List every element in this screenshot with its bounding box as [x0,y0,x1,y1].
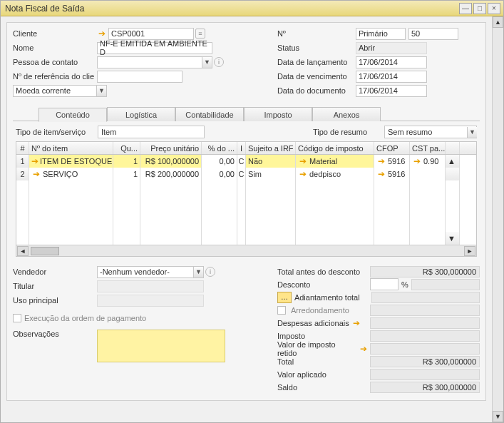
link-arrow-icon[interactable]: ➔ [298,169,308,179]
imposto-label: Imposto [277,332,370,340]
link-arrow-icon[interactable]: ➔ [376,169,386,179]
obs-label: Observações [13,330,97,338]
info-icon[interactable]: i [205,267,215,277]
col-num[interactable]: # [16,142,29,154]
link-arrow-icon[interactable]: ➔ [351,318,361,328]
lanc-field[interactable]: 17/06/2014 [356,56,427,68]
doc-field[interactable]: 17/06/2014 [356,85,427,97]
tab-contabilidade[interactable]: Contabilidade [175,107,244,121]
tab-imposto[interactable]: Imposto [244,107,312,121]
tipo-item-select[interactable]: Item [98,126,205,138]
cfl-icon[interactable]: ≡ [195,29,205,39]
col-item[interactable]: Nº do item [29,142,113,154]
adiant-value [371,292,480,303]
scroll-up-icon[interactable]: ▲ [493,16,503,28]
lanc-label: Data de lançamento [277,58,356,66]
tab-conteudo[interactable]: Conteúdo [38,108,107,122]
desp-label: Despesas adicionais➔ [277,318,370,328]
saldo-label: Saldo [277,383,370,392]
link-arrow-icon[interactable]: ➔ [376,156,386,166]
col-cfop[interactable]: CFOP [374,142,410,154]
title-bar: Nota Fiscal de Saída — □ × [1,1,503,16]
col-price[interactable]: Preço unitário [140,142,202,154]
nome-field[interactable]: NF-E EMITIDA EM AMBIENTE D [97,42,212,54]
scroll-thumb[interactable] [31,247,59,255]
no-value-field[interactable]: 50 [408,28,458,40]
cliente-field[interactable]: CSP0001 [108,28,194,40]
tab-logistica[interactable]: Logística [107,107,175,121]
scroll-up-icon[interactable]: ▲ [446,155,460,168]
chevron-down-icon: ▼ [202,57,212,68]
grid-row[interactable]: 1 ➔ITEM DE ESTOQUE 1 R$ 100,000000 0,00 … [16,155,476,168]
desp-value [370,317,480,329]
desc-label: Desconto [277,280,370,289]
titular-field [97,280,204,292]
maximize-button[interactable]: □ [473,3,486,14]
window-title: Nota Fiscal de Saída [4,4,458,14]
close-button[interactable]: × [488,3,500,14]
adiant-label: Adiantamento total [294,293,371,302]
scroll-right-icon[interactable]: ► [464,246,475,256]
contato-label: Pessoa de contato [13,58,97,66]
irf-value [370,343,480,355]
link-arrow-icon[interactable]: ➔ [298,156,308,166]
total-label: Total [277,357,370,366]
info-icon[interactable]: i [214,57,224,67]
link-arrow-icon[interactable]: ➔ [412,156,422,166]
venc-field[interactable]: 17/06/2014 [356,71,427,83]
vendedor-field[interactable]: -Nenhum vendedor- ▼ [97,266,204,278]
imposto-value [370,330,480,342]
valapl-label: Valor aplicado [277,370,370,379]
link-arrow-icon[interactable]: ➔ [97,29,107,39]
link-arrow-icon[interactable]: ➔ [31,169,41,179]
arred-checkbox: Arredondamento [277,306,370,315]
total-value: R$ 300,000000 [370,356,480,367]
adiant-open-button[interactable]: … [277,292,292,303]
row-num: 2 [16,168,29,180]
saldo-value: R$ 300,000000 [370,382,480,393]
no-series-field[interactable]: Primário [356,28,406,40]
col-qty[interactable]: Qu... [113,142,140,154]
scroll-left-icon[interactable]: ◄ [17,246,29,256]
tipo-resumo-label: Tipo de resumo [313,128,384,136]
ref-label: Nº de referência do clie [13,72,97,81]
titular-label: Titular [13,282,97,290]
col-cst[interactable]: CST pa... [410,142,446,154]
vendedor-label: Vendedor [13,267,97,276]
tab-anexos[interactable]: Anexos [312,107,381,121]
moeda-selector[interactable]: Moeda corrente ▼ [13,85,107,97]
col-tax[interactable]: Código de imposto [296,142,374,154]
row-num: 1 [16,155,29,168]
status-field: Abrir [356,42,427,54]
col-irf[interactable]: Sujeito a IRF [246,142,296,154]
link-arrow-icon[interactable]: ➔ [359,344,369,354]
uso-field [97,295,204,307]
link-arrow-icon[interactable]: ➔ [31,156,38,166]
col-scroll [446,142,460,154]
desc-value [411,279,480,290]
grid-row[interactable]: 2 ➔SERVIÇO 1 R$ 200,000000 0,00 C Sim ➔d… [16,168,476,180]
tipo-item-label: Tipo de item/serviço [16,128,98,136]
scroll-down-icon[interactable]: ▼ [446,232,460,245]
minimize-button[interactable]: — [459,3,472,14]
tad-label: Total antes do desconto [277,267,370,276]
col-pct[interactable]: % do ... [202,142,237,154]
no-label: Nº [277,29,356,38]
col-i[interactable]: I [237,142,246,154]
obs-field[interactable] [97,330,225,362]
venc-label: Data de vencimento [277,72,356,81]
contato-field[interactable]: ▼ [97,56,212,68]
exec-ordem-checkbox: Execução da ordem de pagamento [13,314,256,322]
chevron-down-icon: ▼ [96,86,106,96]
nome-label: Nome [13,44,97,52]
tipo-resumo-select[interactable]: Sem resumo ▼ [384,126,477,138]
tad-value: R$ 300,000000 [370,266,480,277]
chevron-down-icon: ▼ [467,127,477,138]
ref-field[interactable] [97,71,182,83]
window-vscroll[interactable]: ▲ ▼ [492,16,503,422]
uso-label: Uso principal [13,296,97,305]
grid-hscroll[interactable]: ◄ ► [16,245,476,256]
scroll-down-icon[interactable]: ▼ [493,411,503,422]
items-grid[interactable]: # Nº do item Qu... Preço unitário % do .… [16,141,477,257]
desc-pct-field[interactable] [370,278,398,290]
